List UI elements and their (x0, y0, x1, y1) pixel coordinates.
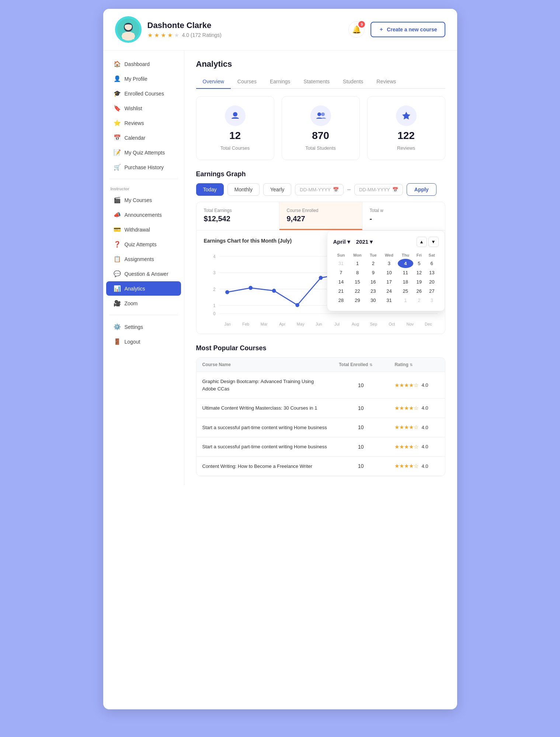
th-enrolled[interactable]: Total Enrolled ⇅ (333, 358, 389, 372)
cal-day[interactable]: 16 (366, 277, 380, 286)
period-yearly-btn[interactable]: Yearly (263, 183, 291, 196)
sidebar-item-zoom[interactable]: 🎥 Zoom (106, 296, 181, 310)
cal-day[interactable]: 31 (380, 296, 398, 305)
rating-value: 4.0 (421, 444, 428, 449)
cal-day[interactable]: 17 (380, 277, 398, 286)
earnings-summary: Total Earnings $12,542 Course Enrolled 9… (196, 202, 445, 230)
courses-table: Course Name Total Enrolled ⇅ Rating ⇅ (196, 358, 445, 476)
month-jan: Jan (219, 322, 237, 326)
sidebar-label-my-courses: My Courses (125, 197, 152, 203)
period-monthly-btn[interactable]: Monthly (227, 183, 260, 196)
tab-students[interactable]: Students (336, 75, 370, 89)
tab-overview[interactable]: Overview (196, 75, 231, 89)
sidebar-item-my-courses[interactable]: 🎬 My Courses (106, 193, 181, 207)
sidebar-item-analytics[interactable]: 📊 Analytics (106, 281, 181, 296)
cal-header-mon: Mon (349, 251, 366, 259)
sidebar-item-announcements[interactable]: 📣 Announcements (106, 208, 181, 222)
cal-day[interactable]: 2 (366, 259, 380, 268)
period-today-btn[interactable]: Today (196, 183, 224, 196)
cal-day[interactable]: 30 (366, 296, 380, 305)
cal-day[interactable]: 11 (398, 268, 413, 277)
date-from-input[interactable]: DD-MM-YYYY 📅 (295, 184, 344, 195)
cal-day[interactable]: 18 (398, 277, 413, 286)
calendar-year-display[interactable]: 2021 ▾ (356, 239, 373, 245)
cal-header-wed: Wed (380, 251, 398, 259)
cal-day[interactable]: 7 (333, 268, 349, 277)
sidebar-item-question-answer[interactable]: 💬 Question & Answer (106, 267, 181, 281)
cal-day[interactable]: 3 (425, 296, 439, 305)
sidebar-item-withdrawal[interactable]: 💳 Withdrawal (106, 222, 181, 237)
cal-day[interactable]: 20 (425, 277, 439, 286)
cal-day[interactable]: 21 (333, 286, 349, 296)
notification-button[interactable]: 🔔 9 (348, 21, 365, 38)
stat-label-reviews: Reviews (397, 145, 415, 151)
table-row: Graphic Design Bootcamp: Advanced Traini… (196, 372, 445, 399)
profile-icon: 👤 (114, 75, 121, 82)
svg-text:0: 0 (213, 311, 216, 316)
apply-button[interactable]: Apply (407, 183, 436, 196)
calendar-prev-btn[interactable]: ▲ (417, 237, 427, 247)
tab-courses[interactable]: Courses (231, 75, 263, 89)
cal-day[interactable]: 23 (366, 286, 380, 296)
earnings-panel: Total Earnings $12,542 Course Enrolled 9… (196, 202, 445, 334)
cal-day[interactable]: 3 (380, 259, 398, 268)
cal-day[interactable]: 25 (398, 286, 413, 296)
sidebar-item-calendar[interactable]: 📅 Calendar (106, 131, 181, 145)
cal-day[interactable]: 13 (425, 268, 439, 277)
announcements-icon: 📣 (114, 211, 121, 218)
calendar-nav: ▲ ▼ (417, 237, 439, 247)
sidebar-item-purchase-history[interactable]: 🛒 Purchase History (106, 160, 181, 174)
sidebar-item-enrolled-courses[interactable]: 🎓 Enrolled Courses (106, 86, 181, 101)
cal-day[interactable]: 9 (366, 268, 380, 277)
month-aug: Aug (346, 322, 365, 326)
sidebar-item-my-quiz-attempts[interactable]: 📝 My Quiz Attempts (106, 145, 181, 160)
cal-day[interactable]: 28 (333, 296, 349, 305)
sidebar-label-settings: Settings (125, 324, 143, 330)
cal-day[interactable]: 5 (413, 259, 425, 268)
calendar-month-display[interactable]: April ▾ (333, 239, 350, 245)
month-labels: Jan Feb Mar Apr May Jun Jul Aug Sep Oct (204, 322, 438, 326)
earn-label-other: Total w (370, 208, 438, 213)
cal-day[interactable]: 12 (413, 268, 425, 277)
sidebar-item-settings[interactable]: ⚙️ Settings (106, 320, 181, 334)
cal-day[interactable]: 24 (380, 286, 398, 296)
cal-day[interactable]: 22 (349, 286, 366, 296)
date-to-input[interactable]: DD-MM-YYYY 📅 (354, 184, 403, 195)
course-rating-cell: ★★★★☆ 4.0 (389, 399, 445, 418)
cal-day[interactable]: 19 (413, 277, 425, 286)
cal-day[interactable]: 6 (425, 259, 439, 268)
cal-day[interactable]: 1 (349, 259, 366, 268)
date-to-text: DD-MM-YYYY (359, 187, 390, 192)
logout-icon: 🚪 (114, 338, 121, 345)
cal-day[interactable]: 29 (349, 296, 366, 305)
tab-statements[interactable]: Statements (297, 75, 336, 89)
cal-day[interactable]: 14 (333, 277, 349, 286)
cal-day[interactable]: 15 (349, 277, 366, 286)
cal-day[interactable]: 27 (425, 286, 439, 296)
earn-value-other: - (370, 215, 438, 223)
cal-day[interactable]: 26 (413, 286, 425, 296)
cal-day[interactable]: 31 (333, 259, 349, 268)
sidebar-item-my-profile[interactable]: 👤 My Profile (106, 72, 181, 86)
tab-earnings[interactable]: Earnings (263, 75, 297, 89)
sidebar-item-quiz-attempts[interactable]: ❓ Quiz Attempts (106, 237, 181, 251)
sidebar-item-logout[interactable]: 🚪 Logout (106, 334, 181, 349)
svg-point-20 (248, 286, 253, 290)
sidebar-item-wishlist[interactable]: 🔖 Wishlist (106, 101, 181, 115)
sidebar-item-dashboard[interactable]: 🏠 Dashboard (106, 57, 181, 71)
cal-day[interactable]: 10 (380, 268, 398, 277)
cal-day[interactable]: 1 (398, 296, 413, 305)
sidebar-item-assignments[interactable]: 📋 Assignments (106, 252, 181, 266)
create-course-button[interactable]: ＋ Create a new course (371, 22, 445, 37)
calendar-next-btn[interactable]: ▼ (428, 237, 439, 247)
cal-day[interactable]: 2 (413, 296, 425, 305)
sidebar-item-reviews[interactable]: ⭐ Reviews (106, 116, 181, 130)
tab-reviews[interactable]: Reviews (370, 75, 403, 89)
course-name-cell: Start a successful part-time content wri… (196, 418, 333, 437)
cal-day-today[interactable]: 4 (398, 259, 413, 268)
cal-day[interactable]: 8 (349, 268, 366, 277)
stat-label-courses: Total Courses (220, 145, 250, 151)
user-name: Dashonte Clarke (147, 21, 349, 30)
th-rating[interactable]: Rating ⇅ (389, 358, 445, 372)
quiz-attempts-icon: ❓ (114, 241, 121, 248)
